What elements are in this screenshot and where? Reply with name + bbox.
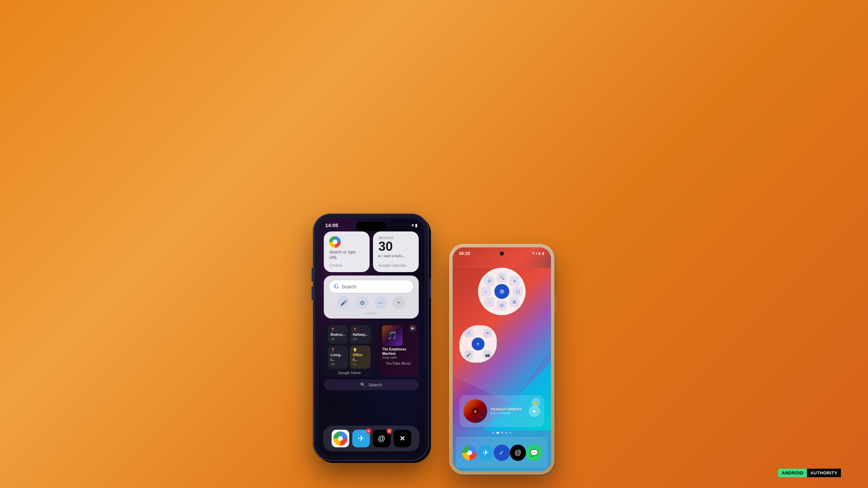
google-search-widget[interactable]: G Search 🎤 ⊙ ⋯ + Google — [324, 276, 419, 319]
like-button[interactable]: 👍 — [531, 398, 540, 407]
phone1-search-button[interactable]: 🔍 Search — [324, 380, 419, 390]
music-play-button[interactable]: ▶ — [529, 405, 540, 417]
page-dot-1[interactable] — [492, 432, 494, 434]
circle-item-layout[interactable]: ⊞ — [509, 297, 519, 307]
volume-down-button[interactable] — [312, 286, 313, 300]
dock2-whatsapp[interactable]: 💬 — [526, 445, 542, 461]
dock-chrome[interactable] — [332, 430, 349, 447]
scene: 14:05 ▾ ▮ Search or type URL — [0, 0, 868, 488]
yt-album-art: 🎵 — [382, 325, 402, 346]
google-lens-button[interactable]: ⊙ — [356, 296, 369, 309]
phone2-wrapper: 16:10 N ▾ ▮ ▮ 🔍 ≡ ▢ ⊞ ⊡ — [449, 244, 554, 474]
chrome-search-text: Search or type URL — [329, 250, 364, 260]
circle-item-screen[interactable]: ▢ — [513, 286, 523, 297]
circle-menu[interactable]: 🔍 ≡ ▢ ⊞ ⊡ ↓ ← ⊙ ⊛ — [478, 268, 526, 315]
blob-item-camera[interactable]: 📷 — [483, 350, 492, 359]
page-dot-4[interactable] — [505, 432, 507, 434]
chrome-logo-icon — [329, 236, 341, 248]
page-dots — [492, 432, 511, 434]
chrome-widget[interactable]: Search or type URL Chrome — [324, 231, 370, 272]
telegram-icon: ✈ — [358, 434, 364, 443]
search-label: Search — [368, 382, 382, 387]
chrome-label: Chrome — [329, 263, 342, 267]
phone1-screen: 14:05 ▾ ▮ Search or type URL — [318, 218, 424, 456]
event-text: I want a built-i... — [382, 254, 406, 258]
volume-up-button[interactable] — [312, 268, 313, 281]
x-icon: ✕ — [399, 434, 405, 443]
google-search-bar[interactable]: G Search — [329, 280, 413, 293]
phone1-wallpaper: 14:05 ▾ ▮ Search or type URL — [318, 218, 424, 456]
phone1-body: 14:05 ▾ ▮ Search or type URL — [314, 214, 429, 461]
room-living[interactable]: 📍 Living r... Off — [328, 346, 348, 369]
watermark: ANDROID AUTHORITY — [778, 469, 841, 477]
calendar-widget[interactable]: MONDAY 30 I want a built-i... Google Cal… — [373, 231, 419, 272]
dock2-tasks[interactable]: ✓ — [494, 445, 510, 461]
phone1-time: 14:05 — [325, 222, 338, 228]
phone1-row1: Search or type URL Chrome MONDAY 30 I wa… — [324, 231, 419, 272]
circle-item-download[interactable]: ↓ — [484, 297, 494, 307]
youtube-music-widget[interactable]: ▶ 🎵 The Emptiness Machine Song radio You… — [378, 322, 419, 377]
circle-item-screenshot[interactable]: ⊡ — [497, 300, 507, 310]
dock2-chrome[interactable] — [461, 445, 478, 461]
yt-track-name: The Emptiness Machine — [382, 347, 415, 356]
blob-item-edit[interactable]: ✏ — [483, 329, 492, 338]
signal-icon: ▮ — [538, 251, 540, 255]
circle-item-list[interactable]: ≡ — [509, 276, 519, 286]
yt-play-button[interactable]: ▶ — [409, 325, 416, 331]
power-button[interactable] — [430, 278, 431, 298]
event-dot — [378, 255, 380, 257]
calendar-date: 30 — [378, 240, 413, 253]
music-title: TRANSFORMERS — [491, 407, 525, 411]
circle-item-top-left[interactable]: ⊙ — [484, 276, 494, 286]
room-bedroom[interactable]: 📍 Bedroo... Off — [328, 325, 348, 344]
battery-icon: ▮ — [541, 251, 545, 255]
dock-threads[interactable]: @ 9 — [373, 430, 391, 447]
dynamic-island — [356, 222, 387, 231]
circle-menu-center[interactable]: ⊛ — [494, 284, 509, 299]
phone1-row3: 📍 Bedroo... Off 📍 Hallway... Off — [324, 322, 419, 377]
google-g-icon: G — [334, 283, 339, 290]
album-art: 🔥 — [463, 399, 487, 423]
phone2-time: 16:10 — [459, 251, 470, 256]
dock2-telegram[interactable]: ✈ — [478, 445, 494, 461]
room-office[interactable]: 💡 Office li... On — [350, 346, 371, 369]
wifi-icon: ▾ — [412, 223, 414, 228]
page-dot-5[interactable] — [509, 432, 511, 434]
google-home-widget[interactable]: 📍 Bedroo... Off 📍 Hallway... Off — [324, 322, 375, 377]
yt-widget-label: YouTube Music — [382, 361, 415, 365]
circle-item-back[interactable]: ← — [481, 286, 491, 297]
google-search-placeholder: Search — [341, 284, 409, 289]
circle-item-search[interactable]: 🔍 — [497, 272, 507, 283]
dock2-threads[interactable]: @ — [510, 445, 526, 461]
wifi-icon: ▾ — [536, 251, 537, 255]
watermark-authority: AUTHORITY — [807, 469, 841, 477]
page-dot-3[interactable] — [501, 432, 503, 434]
phone2-power-button[interactable] — [555, 295, 556, 312]
blob-menu-center[interactable]: + — [472, 338, 485, 350]
room-hallway[interactable]: 📍 Hallway... Off — [350, 325, 371, 344]
phone2-status-icons: N ▾ ▮ ▮ — [532, 251, 545, 255]
dock-telegram[interactable]: ✈ 4 — [352, 430, 370, 447]
blob-item-check[interactable]: ✓ — [464, 329, 473, 338]
whatsapp-icon: 💬 — [530, 449, 538, 457]
google-label: Google — [329, 311, 413, 315]
page-dot-2[interactable] — [496, 432, 499, 434]
home-rooms: 📍 Bedroo... Off 📍 Hallway... Off — [328, 325, 371, 369]
phone2-body: 16:10 N ▾ ▮ ▮ 🔍 ≡ ▢ ⊞ ⊡ — [449, 244, 554, 474]
blob-menu[interactable]: ✓ ✏ 🎤 📷 + — [459, 325, 497, 363]
phone1-wrapper: 14:05 ▾ ▮ Search or type URL — [314, 214, 429, 461]
phone1-dock: ✈ 4 @ 9 ✕ — [323, 426, 419, 451]
music-sub: Epic Orchestra — [491, 411, 525, 415]
music-card[interactable]: 👍 🔥 TRANSFORMERS Epic Orchestra ▶ — [459, 395, 544, 427]
threads2-icon: @ — [514, 449, 521, 456]
blob-item-mic[interactable]: 🎤 — [464, 350, 473, 359]
phone2-dock: ✈ ✓ @ 💬 — [456, 437, 548, 468]
dock-x[interactable]: ✕ — [394, 430, 411, 447]
watermark-android: ANDROID — [778, 469, 807, 477]
threads-badge: 9 — [387, 428, 392, 434]
nfc-icon: N — [532, 251, 535, 255]
google-apps-button[interactable]: ⋯ — [374, 296, 387, 309]
telegram-badge: 4 — [366, 428, 371, 434]
google-add-button[interactable]: + — [392, 296, 405, 309]
google-mic-button[interactable]: 🎤 — [337, 296, 350, 309]
